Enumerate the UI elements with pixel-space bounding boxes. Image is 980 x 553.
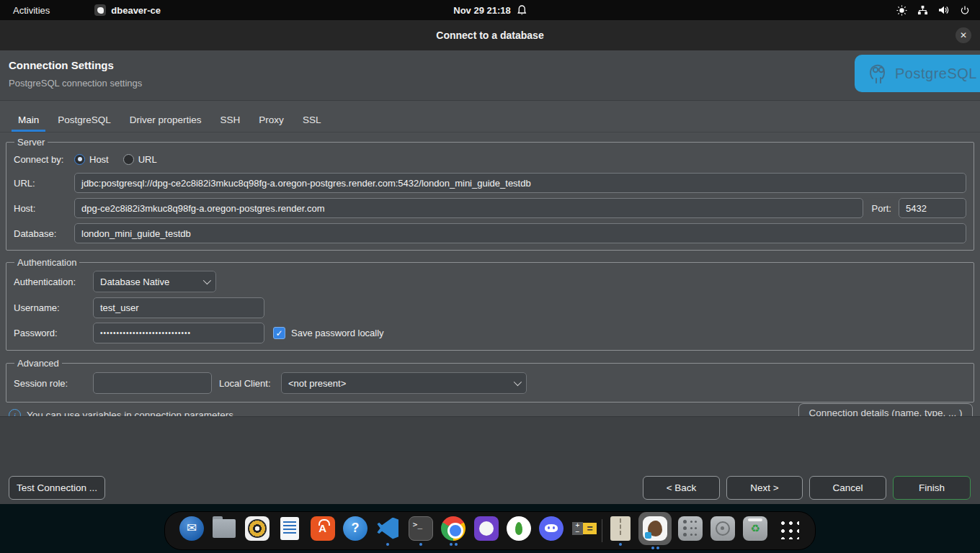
chevron-down-icon (203, 276, 211, 284)
dock-item-rhythmbox[interactable] (242, 516, 272, 547)
tab-ssh[interactable]: SSH (211, 109, 250, 132)
local-client-label: Local Client: (219, 378, 281, 389)
dbeaver-app-icon (94, 4, 106, 16)
wizard-header: Connection Settings PostgreSQL connectio… (0, 50, 980, 101)
advanced-group: Advanced Session role: Local Client: <no… (6, 358, 974, 403)
github-icon (474, 516, 499, 541)
server-group-legend: Server (14, 137, 48, 148)
host-input[interactable]: dpg-ce2c8i82i3mkuc8q98fg-a.oregon-postgr… (74, 198, 863, 218)
dock-item-trash[interactable]: ♻ (740, 516, 770, 547)
focused-app-name: dbeaver-ce (111, 5, 161, 16)
local-client-select[interactable]: <not present> (281, 372, 527, 394)
disks-icon (710, 516, 735, 541)
port-input[interactable]: 5432 (899, 198, 966, 218)
system-status-area[interactable] (896, 5, 980, 16)
postgresql-logo-text: PostgreSQL (895, 66, 977, 82)
info-icon: i (9, 409, 21, 416)
url-row: URL: jdbc:postgresql://dpg-ce2c8i82i3mku… (14, 173, 966, 193)
connect-database-dialog: Connect to a database ✕ Connection Setti… (0, 20, 980, 504)
activities-button[interactable]: Activities (0, 0, 63, 20)
close-icon[interactable]: ✕ (956, 27, 971, 43)
port-label: Port: (872, 203, 891, 214)
connect-by-label: Connect by: (14, 154, 74, 165)
app-grid-icon (778, 518, 799, 539)
tab-driver-properties[interactable]: Driver properties (120, 109, 211, 132)
connection-details-button[interactable]: Connection details (name, type, ... ) (798, 403, 973, 416)
tab-main[interactable]: Main (9, 109, 48, 132)
database-label: Database: (14, 228, 74, 239)
clock-menu[interactable]: Nov 29 21:18 (453, 5, 527, 16)
focused-app-menu[interactable]: dbeaver-ce (94, 4, 161, 16)
dbeaver-icon (643, 516, 667, 541)
dock-item-ubuntu-software[interactable]: A (308, 516, 338, 547)
dock-item-disks[interactable] (708, 516, 738, 547)
tab-proxy[interactable]: Proxy (249, 109, 293, 132)
auth-type-row: Authentication: Database Native (14, 271, 966, 292)
dock-item-discord[interactable] (536, 516, 566, 547)
volume-icon (938, 5, 950, 15)
save-password-checkbox[interactable]: ✓ (273, 327, 285, 339)
password-row: Password: •••••••••••••••••••••••••••• ✓… (14, 323, 966, 343)
session-role-input[interactable] (93, 372, 212, 394)
dock-item-calculator[interactable]: +− = (569, 516, 600, 547)
dock-item-archive-manager[interactable] (605, 516, 636, 547)
host-label: Host: (14, 203, 74, 214)
dock: ✉ A ? >_ (164, 511, 816, 550)
dock-item-files[interactable] (209, 516, 239, 547)
variables-hint-text: You can use variables in connection para… (27, 410, 233, 416)
test-connection-button[interactable]: Test Connection ... (9, 476, 105, 500)
settings-tabbar: Main PostgreSQL Driver properties SSH Pr… (0, 101, 980, 132)
dock-item-chrome[interactable] (438, 516, 468, 547)
network-icon (917, 5, 928, 15)
main-tab-content: Server Connect by: Host URL URL: jdbc:po… (0, 132, 980, 416)
dock-item-mongodb-compass[interactable] (504, 516, 534, 547)
url-label: URL: (14, 178, 74, 189)
dock-item-thunderbird[interactable]: ✉ (177, 516, 207, 547)
discord-icon (539, 516, 564, 541)
cancel-button[interactable]: Cancel (809, 476, 886, 500)
password-input[interactable]: •••••••••••••••••••••••••••• (93, 323, 264, 343)
database-row: Database: london_mini_guide_testdb (14, 223, 966, 243)
archive-zip-icon (610, 516, 631, 541)
clock-text: Nov 29 21:18 (453, 5, 511, 16)
save-password-label[interactable]: Save password locally (291, 328, 384, 338)
tab-ssl[interactable]: SSL (293, 109, 331, 132)
vscode-icon (377, 518, 398, 539)
finish-button[interactable]: Finish (893, 476, 971, 500)
dialog-titlebar[interactable]: Connect to a database ✕ (0, 20, 980, 50)
dialog-title: Connect to a database (436, 30, 543, 41)
dock-item-dbeaver[interactable] (638, 512, 672, 550)
back-button[interactable]: < Back (643, 476, 720, 500)
dock-item-help[interactable]: ? (340, 516, 370, 547)
radio-host[interactable] (74, 154, 85, 165)
authentication-group-legend: Authentication (14, 257, 79, 268)
dock-item-settings[interactable] (675, 516, 705, 547)
radio-url-label[interactable]: URL (138, 154, 157, 165)
night-light-icon (896, 5, 907, 16)
page-title: Connection Settings (9, 59, 980, 71)
radio-host-label[interactable]: Host (89, 154, 109, 165)
ubuntu-software-icon: A (311, 516, 335, 541)
dock-item-github-desktop[interactable] (471, 516, 502, 547)
connect-by-row: Connect by: Host URL (14, 148, 966, 170)
username-input[interactable]: test_user (93, 297, 264, 318)
radio-url[interactable] (123, 154, 134, 165)
thunderbird-icon: ✉ (179, 516, 204, 541)
dock-item-libreoffice-writer[interactable] (275, 516, 305, 547)
dock-item-vscode[interactable] (373, 516, 403, 547)
rhythmbox-speaker-icon (245, 516, 270, 541)
tab-postgresql[interactable]: PostgreSQL (48, 109, 120, 132)
url-input[interactable]: jdbc:postgresql://dpg-ce2c8i82i3mkuc8q98… (74, 173, 966, 193)
advanced-row: Session role: Local Client: <not present… (14, 372, 966, 395)
authentication-select[interactable]: Database Native (93, 271, 216, 292)
notification-bell-icon (517, 5, 527, 16)
postgresql-elephant-icon (866, 61, 891, 86)
next-button[interactable]: Next > (726, 476, 803, 500)
username-label: Username: (14, 302, 93, 313)
page-subtitle: PostgreSQL connection settings (9, 78, 980, 89)
authentication-label: Authentication: (14, 276, 93, 287)
dock-item-terminal[interactable]: >_ (406, 516, 436, 547)
database-input[interactable]: london_mini_guide_testdb (74, 223, 966, 243)
server-group: Server Connect by: Host URL URL: jdbc:po… (6, 137, 974, 251)
dock-item-app-grid[interactable] (773, 516, 803, 547)
